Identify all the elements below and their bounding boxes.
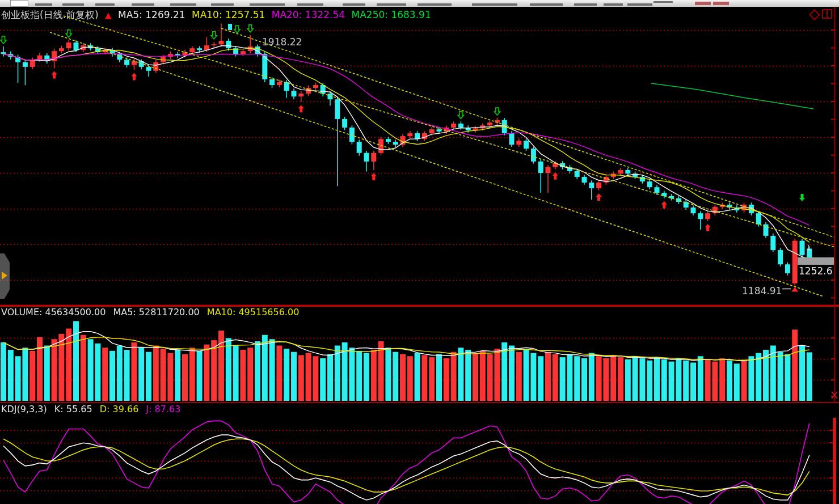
kdj-k-value: K: 55.65 xyxy=(54,404,92,414)
menu-item-fragment[interactable] xyxy=(377,3,406,6)
menu-item-fragment[interactable] xyxy=(472,3,517,6)
main-chart-header: 创业板指(日线.前复权) ▲ MA5: 1269.21 MA10: 1257.5… xyxy=(1,9,435,22)
volume-chart-canvas[interactable] xyxy=(0,306,839,402)
kdj-d-value: D: 39.66 xyxy=(100,404,139,414)
menu-item-fragment[interactable] xyxy=(297,3,323,6)
menu-item-fragment[interactable] xyxy=(170,3,196,6)
volume-ma10-value: MA10: 49515656.00 xyxy=(207,307,299,317)
sidebar-flyout-handle[interactable] xyxy=(0,253,10,299)
ma250-value: MA250: 1683.91 xyxy=(352,9,431,20)
menu-button-fragment[interactable] xyxy=(713,2,729,5)
menu-item-fragment[interactable] xyxy=(132,3,154,6)
ma20-value: MA20: 1322.54 xyxy=(272,9,345,20)
split-panes-divider xyxy=(827,10,828,18)
volume-ma5-value: MA5: 52811720.00 xyxy=(113,307,199,317)
split-panes-icon[interactable] xyxy=(822,9,832,19)
small-down-arrow-icon: ↓ xyxy=(806,243,812,252)
menu-item-fragment[interactable] xyxy=(62,3,84,6)
trend-up-arrow-icon: ▲ xyxy=(105,10,112,20)
menu-item-fragment[interactable] xyxy=(211,3,234,6)
menu-item-fragment[interactable] xyxy=(574,3,597,6)
last-price-label: 1252.6 xyxy=(799,265,832,277)
menu-item-fragment[interactable] xyxy=(627,3,652,6)
menu-item-fragment[interactable] xyxy=(530,3,563,6)
menu-button-fragment[interactable] xyxy=(695,2,711,5)
menu-item-fragment[interactable] xyxy=(250,3,285,6)
chart-title: 创业板指(日线.前复权) xyxy=(1,9,99,20)
last-price-marker-bar xyxy=(798,257,834,265)
kdj-j-value: J: 87.63 xyxy=(146,404,180,414)
menu-item-fragment[interactable] xyxy=(95,3,115,6)
low-price-label: 1184.91 xyxy=(742,285,782,297)
volume-value: VOLUME: 45634500.00 xyxy=(1,307,106,317)
flyout-arrow-icon xyxy=(2,272,7,279)
ma5-value: MA5: 1269.21 xyxy=(118,9,185,20)
menu-item-fragment[interactable] xyxy=(35,3,52,6)
ma10-value: MA10: 1257.51 xyxy=(192,9,265,20)
app-window: 创业板指(日线.前复权) ▲ MA5: 1269.21 MA10: 1257.5… xyxy=(0,0,839,504)
kdj-header: KDJ(9,3,3) K: 55.65 D: 39.66 J: 87.63 xyxy=(1,404,185,414)
menu-item-fragment[interactable] xyxy=(654,1,673,3)
menu-item-fragment[interactable] xyxy=(343,3,365,6)
main-chart-canvas[interactable] xyxy=(0,7,839,306)
kdj-name: KDJ(9,3,3) xyxy=(1,404,47,414)
menu-item-fragment[interactable] xyxy=(604,3,623,6)
volume-header: VOLUME: 45634500.00 MA5: 52811720.00 MA1… xyxy=(1,307,303,317)
menu-input-box[interactable] xyxy=(10,0,28,7)
high-price-label: 1918.22 xyxy=(262,36,302,48)
menu-item-fragment[interactable] xyxy=(418,3,452,6)
kdj-chart-canvas[interactable] xyxy=(0,402,839,504)
